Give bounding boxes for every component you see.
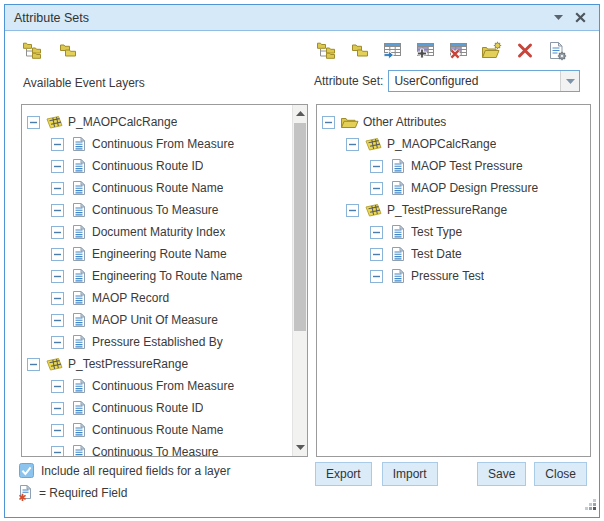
attribute-set-row[interactable]: MAOP Design Pressure [317,177,590,199]
attribute-set-label: Attribute Set: [314,74,383,88]
collapse-toggle-icon[interactable] [51,424,64,437]
collapse-toggle-icon[interactable] [370,182,383,195]
scroll-down-icon[interactable] [293,440,307,455]
attribute-sets-dialog: Attribute Sets Available Event Layers At… [4,4,600,518]
tree-item-label: MAOP Test Pressure [411,159,523,173]
available-layer-row[interactable]: Continuous Route Name [22,419,307,441]
required-field-legend: = Required Field [18,484,127,502]
collapse-toggle-icon[interactable] [51,182,64,195]
tree-item-label: Continuous From Measure [92,137,234,151]
tree-view-icon[interactable] [22,40,43,61]
available-event-layers-panel: P_MAOPCalcRangeContinuous From MeasureCo… [21,104,308,457]
available-layer-row[interactable]: Continuous To Measure [22,199,307,221]
available-layer-row[interactable]: Document Maturity Index [22,221,307,243]
delete-icon[interactable] [514,40,535,61]
collapse-toggle-icon[interactable] [51,314,64,327]
chevron-down-icon[interactable] [560,71,579,91]
resize-grip[interactable] [585,497,597,515]
table-delete-icon[interactable] [448,40,469,61]
tree-item-label: MAOP Unit Of Measure [92,313,218,327]
table-add-icon[interactable] [415,40,436,61]
collapse-toggle-icon[interactable] [346,204,359,217]
available-layer-row[interactable]: Engineering To Route Name [22,265,307,287]
available-layer-row[interactable]: Pressure Established By [22,331,307,353]
close-icon[interactable] [575,12,586,23]
new-attribute-set-icon[interactable] [481,40,502,61]
available-layer-row[interactable]: P_MAOPCalcRange [22,111,307,133]
attribute-set-row[interactable]: MAOP Test Pressure [317,155,590,177]
tree-item-label: Continuous To Measure [92,445,219,457]
collapse-toggle-icon[interactable] [51,204,64,217]
field-icon [388,224,407,240]
left-tree-scrollbar[interactable] [292,105,307,456]
collapse-toggle-icon[interactable] [370,226,383,239]
available-event-layers-label: Available Event Layers [23,76,145,90]
attribute-set-row[interactable]: P_TestPressureRange [317,199,590,221]
close-button[interactable]: Close [534,462,587,486]
event-layer-icon [364,203,383,218]
scrollbar-thumb[interactable] [294,123,306,331]
available-layer-row[interactable]: P_TestPressureRange [22,353,307,375]
collapse-toggle-icon[interactable] [51,292,64,305]
collapse-toggle-icon[interactable] [51,380,64,393]
report-options-icon[interactable] [547,40,568,61]
include-required-fields-label: Include all required fields for a layer [41,464,230,478]
field-icon [388,246,407,262]
attribute-set-panel: Other AttributesP_MAOPCalcRangeMAOP Test… [316,104,591,457]
field-icon [69,312,88,328]
available-layer-row[interactable]: MAOP Unit Of Measure [22,309,307,331]
attribute-set-value: UserConfigured [389,74,560,88]
available-layer-row[interactable]: MAOP Record [22,287,307,309]
field-icon [69,334,88,350]
available-layer-row[interactable]: Continuous From Measure [22,375,307,397]
available-layer-row[interactable]: Continuous Route ID [22,155,307,177]
event-layer-icon [45,115,64,130]
attribute-set-row[interactable]: Pressure Test [317,265,590,287]
attribute-set-row[interactable]: Test Type [317,221,590,243]
collapse-toggle-icon[interactable] [51,270,64,283]
tree-item-label: P_MAOPCalcRange [68,115,177,129]
available-layer-row[interactable]: Engineering Route Name [22,243,307,265]
attribute-set-row[interactable]: Test Date [317,243,590,265]
collapse-toggle-icon[interactable] [27,358,40,371]
collapse-toggle-icon[interactable] [51,446,64,458]
tree-item-label: Continuous Route ID [92,159,203,173]
collapse-toggle-icon[interactable] [51,336,64,349]
available-layer-row[interactable]: Continuous From Measure [22,133,307,155]
field-icon [388,268,407,284]
collapse-toggle-icon[interactable] [51,248,64,261]
collapse-toggle-icon[interactable] [51,226,64,239]
collapse-toggle-icon[interactable] [51,160,64,173]
collapse-toggle-icon[interactable] [322,116,335,129]
attribute-set-row: Attribute Set: UserConfigured [314,70,580,92]
field-icon [69,158,88,174]
attribute-set-row[interactable]: Other Attributes [317,111,590,133]
attribute-set-row[interactable]: P_MAOPCalcRange [317,133,590,155]
attribute-set-dropdown[interactable]: UserConfigured [388,70,580,92]
available-layer-row[interactable]: Continuous To Measure [22,441,307,457]
tree-item-label: Engineering To Route Name [92,269,243,283]
field-icon [69,202,88,218]
titlebar-menu-chevron-icon[interactable] [554,15,563,20]
tree-item-label: Continuous Route ID [92,401,203,415]
collapse-toggle-icon[interactable] [370,248,383,261]
save-button[interactable]: Save [477,462,526,486]
collapse-toggle-icon[interactable] [370,270,383,283]
table-export-icon[interactable] [382,40,403,61]
tree-view-icon[interactable] [316,40,337,61]
folders-icon[interactable] [349,40,370,61]
collapse-toggle-icon[interactable] [346,138,359,151]
tree-item-label: Test Type [411,225,462,239]
collapse-toggle-icon[interactable] [51,402,64,415]
export-button[interactable]: Export [315,462,372,486]
import-button[interactable]: Import [382,462,438,486]
collapse-toggle-icon[interactable] [370,160,383,173]
collapse-toggle-icon[interactable] [51,138,64,151]
available-layer-row[interactable]: Continuous Route ID [22,397,307,419]
tree-item-label: P_MAOPCalcRange [387,137,496,151]
collapse-toggle-icon[interactable] [27,116,40,129]
include-required-fields-checkbox[interactable] [19,463,34,478]
available-layer-row[interactable]: Continuous Route Name [22,177,307,199]
folders-icon[interactable] [57,40,78,61]
scroll-up-icon[interactable] [293,106,307,121]
